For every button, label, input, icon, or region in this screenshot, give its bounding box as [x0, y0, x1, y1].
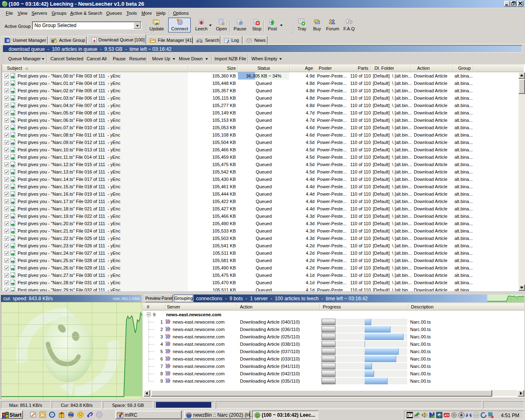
svg-text:ATI: ATI [445, 413, 450, 417]
svg-text:V: V [407, 413, 410, 417]
svg-text:?: ? [350, 21, 352, 24]
svg-text:2: 2 [410, 413, 411, 416]
